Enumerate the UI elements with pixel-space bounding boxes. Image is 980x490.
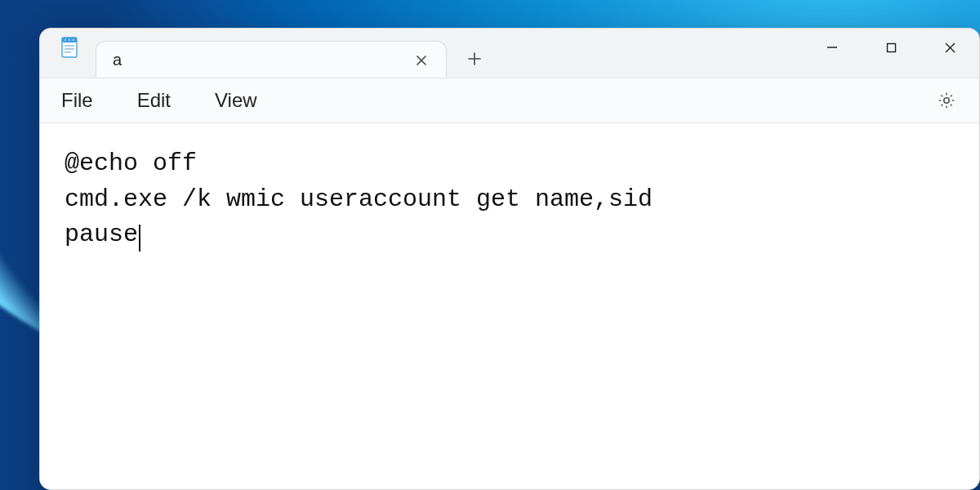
close-icon [416,55,427,66]
title-bar[interactable]: a [40,29,979,78]
desktop-background: a [0,0,980,490]
editor-content: @echo off cmd.exe /k wmic useraccount ge… [65,149,653,248]
maximize-button[interactable] [862,29,920,66]
notepad-window: a [39,28,980,490]
menu-view[interactable]: View [208,84,264,117]
text-cursor [139,225,140,252]
tab-title: a [113,51,408,69]
svg-point-2 [65,39,66,41]
text-editor-area[interactable]: @echo off cmd.exe /k wmic useraccount ge… [40,123,979,489]
minimize-icon [826,42,838,53]
window-close-button[interactable] [920,29,979,66]
svg-point-3 [69,39,70,41]
svg-rect-13 [887,43,895,51]
menu-bar: File Edit View [40,78,979,123]
menu-file[interactable]: File [55,84,100,117]
svg-point-4 [73,39,74,41]
menu-edit[interactable]: Edit [131,84,177,117]
new-tab-button[interactable] [455,40,494,78]
plus-icon [467,51,482,66]
tab-close-button[interactable] [408,47,434,74]
svg-point-16 [944,98,949,103]
settings-button[interactable] [932,86,961,115]
maximize-icon [886,42,897,53]
gear-icon [937,91,956,110]
notepad-icon [58,36,81,59]
minimize-button[interactable] [803,29,862,66]
caption-controls [803,29,979,66]
close-icon [944,42,956,54]
document-tab[interactable]: a [96,41,447,78]
